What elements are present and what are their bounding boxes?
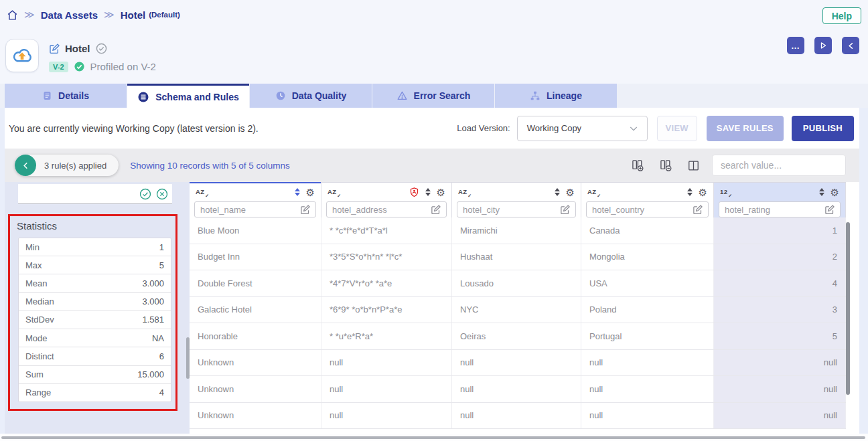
cell-hotel_rating: 3 xyxy=(714,297,846,323)
cell-hotel_rating: null xyxy=(714,376,846,402)
column-settings-gear-icon[interactable]: ⚙ xyxy=(830,187,839,197)
column-settings-gear-icon[interactable]: ⚙ xyxy=(566,187,575,197)
split-view-icon[interactable] xyxy=(687,159,700,172)
apply-check-icon[interactable] xyxy=(139,188,151,200)
column-header-icons: AZ✓⚙ xyxy=(581,183,713,201)
table-row[interactable]: Unknownnullnullnullnull xyxy=(190,376,846,403)
sort-icon[interactable] xyxy=(425,188,431,197)
table-row[interactable]: Galactic Hotel*6*9* *o*b*n*P*a*eNYCPolan… xyxy=(190,297,846,324)
home-icon[interactable] xyxy=(7,9,18,21)
rules-applied-pill[interactable]: 3 rule(s) applied xyxy=(15,155,119,176)
table-row[interactable]: Unknownnullnullnullnull xyxy=(190,403,846,430)
column-name: hotel_country xyxy=(592,205,693,215)
load-version-select[interactable]: Working Copy xyxy=(517,116,648,141)
tab-details[interactable]: Details xyxy=(5,84,127,108)
column-header-hotel_name: AZ✓⚙hotel_name xyxy=(190,183,321,217)
statistic-label: Mode xyxy=(25,333,48,343)
string-type-icon: AZ✓ xyxy=(587,189,601,195)
table-row[interactable]: Blue Moon* *c*f*e*d*T*a*lMiramichiCanada… xyxy=(190,217,846,244)
app-screen: ≫ Data Assets ≫ Hotel (Default) Help Hot… xyxy=(0,0,868,441)
sort-icon[interactable] xyxy=(555,188,560,197)
dq-alert-shield-icon[interactable] xyxy=(409,187,419,197)
rule-expression-box[interactable] xyxy=(18,184,172,204)
save-rules-button[interactable]: SAVE RULES xyxy=(707,116,784,141)
column-settings-gear-icon[interactable]: ⚙ xyxy=(699,187,707,197)
collapse-rules-icon[interactable] xyxy=(15,155,36,176)
cell-hotel_city: null xyxy=(452,376,581,402)
column-settings-gear-icon[interactable]: ⚙ xyxy=(306,187,315,197)
tab-label: Lineage xyxy=(547,90,582,101)
table-body: Blue Moon* *c*f*e*d*T*a*lMiramichiCanada… xyxy=(190,217,846,434)
help-button[interactable]: Help xyxy=(822,7,861,24)
cell-hotel_name: Unknown xyxy=(190,376,321,402)
cell-hotel_name: Honorable xyxy=(190,323,321,349)
cell-hotel_rating: 1 xyxy=(714,217,846,244)
version-bar: You are currently viewing Working Copy (… xyxy=(5,108,859,149)
asset-title: Hotel xyxy=(65,43,90,54)
working-copy-message: You are currently viewing Working Copy (… xyxy=(9,123,457,134)
table-row[interactable]: Double Forest*4*7*V*r*o* *a*eLousadoUSA4 xyxy=(190,270,846,297)
column-name-input[interactable]: hotel_rating xyxy=(719,201,841,217)
rule-expression-actions xyxy=(139,188,168,200)
statistics-title: Statistics xyxy=(17,220,175,232)
cell-hotel_address: *3*5*S*o*h*n* *l*c* xyxy=(321,244,452,270)
column-name-input[interactable]: hotel_name xyxy=(194,201,316,217)
statistic-row-range: Range4 xyxy=(19,384,171,402)
add-column-icon[interactable] xyxy=(631,159,644,172)
tab-error-search[interactable]: Error Search xyxy=(372,84,494,108)
verified-circle-check-icon[interactable] xyxy=(96,43,107,54)
sort-icon[interactable] xyxy=(819,188,824,197)
edit-column-icon[interactable] xyxy=(300,205,310,215)
collapse-panel-button[interactable] xyxy=(842,37,859,54)
edit-column-icon[interactable] xyxy=(560,205,570,215)
remove-column-icon[interactable] xyxy=(659,159,672,172)
panel-scrollbar[interactable] xyxy=(186,337,190,379)
document-icon xyxy=(42,90,52,101)
column-name-input[interactable]: hotel_address xyxy=(326,201,447,217)
cancel-x-icon[interactable] xyxy=(156,188,168,200)
statistic-row-stddev: StdDev1.581 xyxy=(19,311,171,329)
table-row[interactable]: Unknownnullnullnullnull xyxy=(190,350,846,377)
column-name-input[interactable]: hotel_country xyxy=(586,201,709,217)
publish-button[interactable]: PUBLISH xyxy=(792,116,854,141)
edit-column-icon[interactable] xyxy=(431,205,441,215)
tab-data-quality[interactable]: Data Quality xyxy=(250,84,372,108)
breadcrumb-data-assets[interactable]: Data Assets xyxy=(41,9,98,21)
table-row[interactable]: Honorable* *u*e*R*a*OeirasPortugal5 xyxy=(190,323,846,350)
column-header-hotel_city: AZ✓⚙hotel_city xyxy=(452,183,581,217)
edit-column-icon[interactable] xyxy=(824,205,835,215)
run-profile-button[interactable] xyxy=(814,37,832,54)
cell-hotel_rating: null xyxy=(714,403,846,429)
vertical-scrollbar[interactable] xyxy=(846,222,850,395)
cell-hotel_country: Poland xyxy=(581,297,714,323)
play-icon xyxy=(819,41,827,50)
column-name-input[interactable]: hotel_city xyxy=(457,201,576,217)
cell-hotel_city: Miramichi xyxy=(452,217,581,244)
breadcrumb-hotel[interactable]: Hotel xyxy=(121,9,146,21)
column-header-icons: 12✓⚙ xyxy=(714,183,845,201)
column-settings-gear-icon[interactable]: ⚙ xyxy=(437,187,445,197)
table-row[interactable]: Budget Inn*3*5*S*o*h*n* *l*c*HushaatMong… xyxy=(190,244,846,271)
view-button[interactable]: VIEW xyxy=(657,116,697,141)
tab-lineage[interactable]: Lineage xyxy=(495,84,617,108)
edit-title-icon[interactable] xyxy=(49,43,60,54)
edit-column-icon[interactable] xyxy=(693,205,703,215)
cell-hotel_name: Budget Inn xyxy=(190,244,321,270)
search-input[interactable] xyxy=(712,155,846,176)
sort-icon[interactable] xyxy=(687,188,693,197)
cell-hotel_city: null xyxy=(452,403,581,429)
column-name-row: hotel_country xyxy=(581,201,713,218)
string-type-icon: AZ✓ xyxy=(458,189,472,195)
tab-schema-and-rules[interactable]: Schema and Rules xyxy=(127,84,249,108)
cell-hotel_city: NYC xyxy=(452,297,581,323)
chevron-down-icon xyxy=(628,123,639,134)
sort-icon[interactable] xyxy=(295,188,300,197)
tab-label: Data Quality xyxy=(292,90,347,101)
column-name-row: hotel_address xyxy=(321,201,451,218)
more-options-button[interactable]: … xyxy=(787,37,804,54)
breadcrumb: ≫ Data Assets ≫ Hotel (Default) Help xyxy=(0,0,868,29)
statistics-section: Statistics Min1Max5Mean3.000Median3.000S… xyxy=(8,214,177,411)
asset-header: Hotel V-2 Profiled on V-2 … xyxy=(0,29,868,84)
horizontal-scrollbar[interactable] xyxy=(1,436,865,439)
column-details-panel: Statistics Min1Max5Mean3.000Median3.000S… xyxy=(5,182,190,434)
